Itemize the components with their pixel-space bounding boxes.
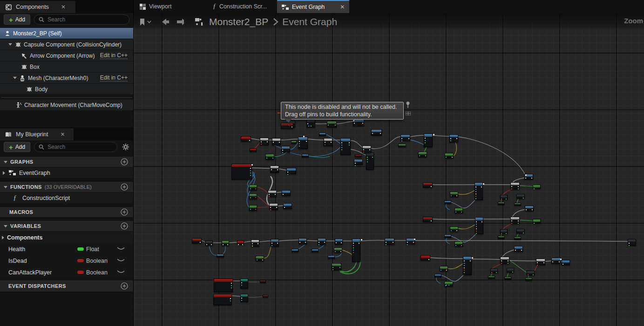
graph-node[interactable] (302, 154, 309, 157)
node-pin[interactable] (461, 245, 462, 246)
node-pin[interactable] (341, 145, 342, 146)
node-pin[interactable] (255, 209, 256, 210)
graph-node[interactable] (282, 190, 291, 196)
node-pin[interactable] (206, 244, 207, 245)
node-pin[interactable] (335, 125, 336, 126)
node-pin[interactable] (299, 143, 300, 144)
node-pin[interactable] (355, 165, 356, 166)
graph-node[interactable] (298, 137, 308, 149)
node-pin[interactable] (231, 287, 232, 288)
node-pin[interactable] (441, 270, 441, 271)
node-pin[interactable] (501, 260, 502, 261)
node-pin[interactable] (331, 142, 332, 143)
graph-node[interactable] (241, 136, 251, 141)
graph-node[interactable] (281, 146, 290, 152)
close-icon[interactable]: ✕ (60, 131, 65, 138)
node-pin[interactable] (455, 245, 456, 246)
graph-node[interactable] (450, 192, 458, 197)
variables-section-header[interactable]: VARIABLES (0, 221, 133, 231)
node-pin[interactable] (353, 252, 354, 253)
myblueprint-tab[interactable]: My Blueprint ✕ (0, 128, 74, 140)
node-pin[interactable] (543, 262, 544, 263)
graph-node[interactable] (514, 203, 521, 206)
node-pin[interactable] (464, 270, 465, 271)
graph-node[interactable] (283, 203, 292, 209)
graph-node[interactable] (434, 274, 441, 277)
graph-canvas[interactable]: Monster2_BP Event Graph Zoom This node i… (134, 13, 644, 326)
node-pin[interactable] (269, 194, 270, 195)
node-pin[interactable] (271, 243, 272, 244)
graph-node[interactable] (240, 279, 248, 288)
node-pin[interactable] (461, 212, 462, 213)
graph-node[interactable] (281, 123, 293, 129)
graph-node[interactable] (500, 229, 508, 234)
graphs-section-header[interactable]: GRAPHS (0, 157, 133, 167)
node-pin[interactable] (319, 242, 319, 243)
node-pin[interactable] (451, 195, 452, 196)
node-pin[interactable] (227, 244, 228, 245)
node-pin[interactable] (450, 138, 451, 139)
add-macro-icon[interactable] (121, 208, 128, 218)
node-pin[interactable] (408, 138, 409, 139)
node-pin[interactable] (261, 144, 262, 145)
graph-node[interactable] (385, 238, 394, 245)
node-pin[interactable] (279, 142, 280, 143)
graph-node[interactable] (516, 194, 525, 199)
graph-node[interactable] (319, 133, 326, 136)
node-pin[interactable] (282, 152, 283, 153)
expander-icon[interactable] (2, 236, 4, 240)
node-pin[interactable] (231, 285, 232, 286)
node-pin[interactable] (252, 246, 253, 246)
variable-row-isdead[interactable]: IsDead Boolean (0, 255, 133, 266)
forward-arrow-icon[interactable] (176, 18, 184, 26)
node-pin[interactable] (299, 146, 300, 146)
node-pin[interactable] (537, 265, 538, 266)
node-pin[interactable] (523, 233, 524, 233)
node-pin[interactable] (250, 173, 251, 173)
node-pin[interactable] (311, 126, 312, 126)
node-pin[interactable] (446, 270, 447, 271)
graph-node[interactable] (327, 121, 337, 127)
node-pin[interactable] (506, 233, 507, 234)
graph-node[interactable] (286, 168, 296, 174)
node-pin[interactable] (481, 221, 482, 222)
constructionscript-row[interactable]: ƒ ConstructionScript (0, 193, 133, 203)
eventgraph-row[interactable]: EventGraph (0, 167, 133, 178)
node-pin[interactable] (476, 226, 477, 227)
node-pin[interactable] (241, 298, 242, 299)
node-pin[interactable] (353, 250, 354, 251)
node-pin[interactable] (324, 242, 325, 243)
node-pin[interactable] (355, 163, 356, 164)
edit-in-cpp-link[interactable]: Edit in C++ (100, 52, 128, 59)
node-pin[interactable] (506, 199, 507, 200)
node-pin[interactable] (250, 209, 251, 210)
node-pin[interactable] (341, 142, 342, 143)
node-pin[interactable] (349, 142, 350, 143)
components-search-input[interactable]: Search (34, 14, 129, 25)
graph-node[interactable] (475, 217, 483, 234)
graph-node[interactable] (628, 239, 636, 246)
graph-node[interactable] (463, 256, 472, 275)
node-pin[interactable] (446, 157, 447, 158)
node-pin[interactable] (475, 193, 476, 194)
eye-closed-icon[interactable] (117, 257, 124, 265)
node-pin[interactable] (284, 207, 285, 208)
graph-node[interactable] (420, 255, 430, 260)
tree-row-box[interactable]: Box (0, 61, 133, 72)
tree-row-capsule[interactable]: Capsule Component (CollisionCylinder) (0, 39, 133, 50)
node-pin[interactable] (372, 157, 373, 158)
node-pin[interactable] (241, 285, 242, 286)
tree-row-charmove[interactable]: Character Movement (CharMoveComp) (0, 100, 133, 110)
node-pin[interactable] (559, 261, 560, 262)
node-pin[interactable] (230, 300, 231, 301)
graph-node[interactable] (510, 217, 520, 224)
node-pin[interactable] (325, 142, 325, 143)
graph-node[interactable] (291, 249, 298, 252)
tab-construction-script[interactable]: ƒ Construction Scr... (208, 0, 271, 13)
node-pin[interactable] (456, 138, 457, 139)
graph-node[interactable] (371, 129, 382, 135)
graph-node[interactable] (498, 236, 505, 239)
graph-node[interactable] (445, 153, 454, 158)
node-pin[interactable] (407, 242, 408, 243)
graph-node[interactable] (504, 277, 511, 279)
